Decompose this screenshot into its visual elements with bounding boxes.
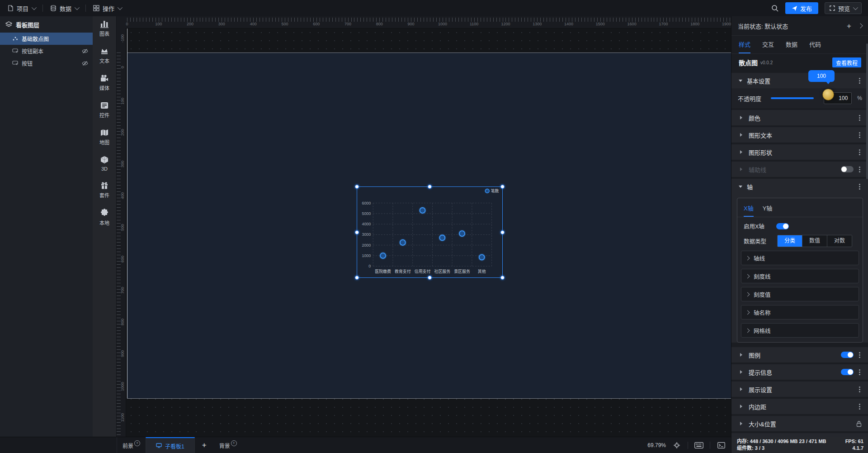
section-basic-settings: 基本设置 不透明度 100 % [731, 73, 868, 108]
section-menu-icon[interactable] [859, 117, 860, 119]
tool-text[interactable]: 文本 [99, 47, 109, 64]
tool-media[interactable]: 媒体 [99, 74, 109, 91]
svg-text:3000: 3000 [362, 232, 371, 237]
section-header[interactable]: 大小&位置 [731, 416, 868, 431]
section-header[interactable]: 展示设置 [731, 381, 868, 397]
resize-handle-e[interactable] [500, 230, 505, 234]
add-background-icon[interactable]: + [231, 440, 237, 446]
component-version: v0.0.2 [760, 60, 773, 65]
section-menu-icon[interactable] [859, 354, 860, 356]
opacity-slider[interactable] [771, 97, 814, 99]
tab-x-axis[interactable]: X轴 [744, 204, 754, 217]
menu-data[interactable]: 数据 [43, 0, 85, 16]
tab-code[interactable]: 代码 [809, 40, 821, 53]
tutorial-button[interactable]: 查看教程 [832, 57, 861, 67]
tab-interaction[interactable]: 交互 [762, 40, 774, 53]
segment-category[interactable]: 分类 [778, 235, 802, 247]
canvas-area[interactable]: 0100200300400500600700800900100011001200… [117, 16, 731, 437]
menu-project[interactable]: 项目 [0, 0, 42, 16]
section-menu-icon[interactable] [859, 406, 860, 407]
legend-toggle[interactable] [841, 352, 854, 358]
search-icon[interactable] [771, 5, 779, 12]
tool-map[interactable]: 地图 [99, 129, 109, 146]
section-header[interactable]: 辅助线 [731, 162, 868, 177]
axis-item-tick-line[interactable]: 刻度线 [741, 269, 859, 283]
chevron-right-icon[interactable] [858, 23, 863, 28]
layer-item-button-copy[interactable]: 按钮副本 [0, 45, 93, 57]
layer-item-button[interactable]: 按钮 [0, 57, 93, 69]
lock-icon[interactable] [856, 420, 862, 427]
axis-item-axis-name[interactable]: 轴名称 [741, 305, 859, 319]
resize-handle-s[interactable] [428, 276, 432, 280]
horizontal-ruler: 0100200300400500600700800900100011001200… [117, 16, 731, 29]
eye-off-icon[interactable] [82, 48, 88, 54]
segment-log[interactable]: 对数 [827, 235, 852, 247]
status-panel: 内存: 448 / 3630 / 4096 MB 23 / 471 MB FPS… [731, 437, 868, 453]
preview-button[interactable]: 预览 [825, 2, 862, 14]
resize-handle-n[interactable] [428, 185, 432, 189]
ruler-label: 1000 [438, 22, 447, 26]
axis-item-tick-value[interactable]: 刻度值 [741, 287, 859, 301]
section-header[interactable]: 内边距 [731, 399, 868, 414]
data-type-row: 数据类型 分类 数值 对数 [737, 230, 863, 247]
section-menu-icon[interactable] [859, 80, 860, 81]
ruler-label: 0 [120, 66, 125, 68]
widget-panel-icon [100, 101, 109, 110]
guide-lines-toggle[interactable] [841, 166, 854, 172]
section-menu-icon[interactable] [859, 186, 860, 187]
section-menu-icon[interactable] [859, 152, 860, 153]
tab-data[interactable]: 数据 [786, 40, 797, 53]
section-header[interactable]: 提示信息 [731, 364, 868, 380]
section-menu-icon[interactable] [859, 169, 860, 170]
console-button[interactable] [716, 441, 726, 450]
ruler-label: 300 [120, 161, 125, 167]
section-menu-icon[interactable] [859, 389, 860, 390]
tool-kits[interactable]: 套件 [99, 181, 109, 199]
scatter-chart-component[interactable]: 0100020003000400050006000医院缴费教育支付信用支付社区服… [357, 186, 503, 278]
section-header[interactable]: 图例 [731, 347, 868, 362]
tool-charts[interactable]: 图表 [99, 20, 109, 37]
zoom-level[interactable]: 69.79% [647, 442, 666, 448]
resize-handle-sw[interactable] [355, 276, 359, 280]
expand-arrow-icon [739, 80, 742, 84]
tab-sub-board[interactable]: 子看板1 [146, 437, 195, 453]
tool-3d[interactable]: 3D [100, 156, 109, 172]
section-header[interactable]: 图形形状 [731, 144, 868, 160]
axis-item-grid-line[interactable]: 网格线 [741, 323, 859, 338]
menu-project-label: 项目 [17, 4, 28, 13]
add-state-button[interactable]: + [847, 22, 851, 30]
tool-widgets[interactable]: 控件 [99, 101, 109, 119]
board-left-edge [127, 29, 127, 398]
section-header[interactable]: 边框设置 [731, 433, 868, 437]
tab-y-axis[interactable]: Y轴 [763, 204, 773, 217]
ruler-label: 100 [155, 22, 162, 26]
segment-numeric[interactable]: 数值 [802, 235, 827, 247]
section-header[interactable]: 轴 [731, 179, 868, 194]
resize-handle-w[interactable] [355, 230, 359, 234]
shortcut-keys-button[interactable] [693, 441, 704, 450]
tool-local[interactable]: 本地 [99, 209, 109, 226]
foreground-button[interactable]: 前景 + [117, 437, 146, 453]
layer-item-scatter[interactable]: 基础散点图 [0, 33, 93, 45]
section-header[interactable]: 基本设置 [731, 73, 868, 88]
enable-x-axis-toggle[interactable] [776, 223, 789, 229]
scrollbar[interactable] [866, 43, 868, 179]
tab-style[interactable]: 样式 [739, 40, 750, 53]
add-board-button[interactable]: + [195, 437, 214, 453]
collapse-arrow-icon [740, 150, 744, 154]
resize-handle-se[interactable] [500, 276, 505, 280]
publish-button[interactable]: 发布 [785, 2, 818, 14]
add-foreground-icon[interactable]: + [134, 440, 140, 446]
eye-off-icon[interactable] [82, 60, 88, 67]
axis-item-axis-line[interactable]: 轴线 [741, 251, 859, 265]
section-header[interactable]: 图形文本 [731, 127, 868, 143]
section-menu-icon[interactable] [859, 372, 860, 373]
background-button[interactable]: 背景 + [214, 437, 242, 453]
fit-to-screen-button[interactable] [671, 441, 682, 450]
resize-handle-nw[interactable] [355, 185, 359, 189]
resize-handle-ne[interactable] [500, 185, 505, 189]
section-menu-icon[interactable] [859, 134, 860, 136]
tooltip-toggle[interactable] [841, 369, 854, 375]
section-header[interactable]: 颜色 [731, 110, 868, 125]
menu-actions[interactable]: 操作 [86, 0, 128, 16]
